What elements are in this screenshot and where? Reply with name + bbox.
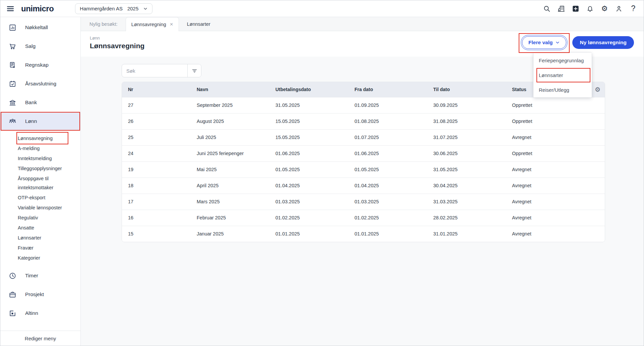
sidebar-subitem-lonnsavregning[interactable]: Lønnsavregning <box>18 133 80 143</box>
more-options-label: Flere valg <box>528 40 553 46</box>
table-cell: 26 <box>122 113 197 129</box>
table-cell: 16 <box>122 210 197 226</box>
sidebar-subitem-kategorier[interactable]: Kategorier <box>18 253 80 263</box>
sidebar-item-nokkeltall[interactable]: Nøkkeltall <box>0 18 80 37</box>
sidebar-subitem-variable-lonnsposter[interactable]: Variable lønnsposter <box>18 203 80 213</box>
table-cell: April 2025 <box>197 178 275 194</box>
recent-label: Nylig besøkt: <box>89 21 118 27</box>
search-bar <box>122 64 201 77</box>
sidebar-item-lonn[interactable]: Lønn <box>0 112 80 131</box>
table-cell: 30.04.2025 <box>433 178 512 194</box>
sidebar-item-label: Salg <box>25 43 36 49</box>
table-cell <box>589 194 605 210</box>
sidebar-item-arsavslutning[interactable]: Årsavslutning <box>0 74 80 93</box>
sidebar-subitem-label: Regulativ <box>18 215 38 220</box>
table-cell: Avregnet <box>512 210 589 226</box>
sidebar-subitem-label: Lønnsavregning <box>18 136 53 141</box>
table-cell: 01.06.2025 <box>275 145 355 161</box>
edit-menu-button[interactable]: Rediger meny <box>0 331 80 346</box>
table-cell: 01.05.2025 <box>355 161 433 178</box>
table-row[interactable]: 17Mars 202501.03.202501.03.202531.03.202… <box>122 194 605 210</box>
table-cell: 30.09.2025 <box>433 97 512 113</box>
new-payroll-button[interactable]: Ny lønnsavregning <box>572 36 634 49</box>
table-cell <box>589 113 605 129</box>
sidebar-subitem-arsoppgave-til-inntektsmottaker[interactable]: Årsoppgave til inntektsmottaker <box>18 174 80 193</box>
recent-tabs-bar: Nylig besøkt: Lønnsavregning × Lønnsarte… <box>81 17 644 31</box>
table-cell: Avregnet <box>512 226 589 242</box>
sidebar-subitem-label: OTP-eksport <box>18 195 45 200</box>
sidebar-item-label: Årsavslutning <box>25 81 56 87</box>
column-header-til-dato[interactable]: Til dato <box>433 82 512 97</box>
table-row[interactable]: 26August 202515.05.202501.08.202531.08.2… <box>122 113 605 129</box>
table-cell: 01.03.2025 <box>275 194 355 210</box>
table-cell: 01.02.2025 <box>355 210 433 226</box>
sidebar-subitem-tilleggsopplysninger[interactable]: Tilleggsopplysninger <box>18 163 80 174</box>
sidebar-subitem-label: Variable lønnsposter <box>18 205 62 210</box>
table-cell: 01.04.2025 <box>275 178 355 194</box>
column-header-fra-dato[interactable]: Fra dato <box>355 82 433 97</box>
table-row[interactable]: 15Januar 202501.01.202501.01.202531.01.2… <box>122 226 605 242</box>
add-icon[interactable] <box>572 5 579 12</box>
help-icon[interactable]: ? <box>630 5 637 12</box>
table-row[interactable]: 19Mai 202501.05.202501.05.202531.05.2025… <box>122 161 605 178</box>
sidebar-subitem-ansatte[interactable]: Ansatte <box>18 223 80 233</box>
hamburger-menu-icon[interactable] <box>6 5 14 13</box>
company-icon[interactable] <box>558 5 565 12</box>
tab-lonnsarter[interactable]: Lønnsarter <box>179 17 218 31</box>
app-logo: unimicro <box>21 4 54 13</box>
tab-lonnsavregning[interactable]: Lønnsavregning × <box>126 17 179 31</box>
table-cell <box>589 145 605 161</box>
sidebar-item-salg[interactable]: Salg <box>0 37 80 56</box>
sidebar-subitem-otp-eksport[interactable]: OTP-eksport <box>18 193 80 203</box>
calendar-check-icon <box>9 80 16 88</box>
table-cell: 01.04.2025 <box>355 178 433 194</box>
table-row[interactable]: 27September 202531.05.202501.09.202530.0… <box>122 97 605 113</box>
table-row[interactable]: 18April 202501.04.202501.04.202530.04.20… <box>122 178 605 194</box>
sidebar-nav: NøkkeltallSalgRegnskapÅrsavslutningBankL… <box>0 17 80 331</box>
app-window: unimicro Hammergården AS 2025 ⚙ ? Nøkkel… <box>0 0 644 346</box>
more-options-button[interactable]: Flere valg <box>522 36 566 49</box>
user-icon[interactable] <box>615 5 623 12</box>
sidebar-item-regnskap[interactable]: Regnskap <box>0 56 80 74</box>
column-header-nr[interactable]: Nr <box>122 82 197 97</box>
sidebar-item-prosjekt[interactable]: Prosjekt <box>0 285 80 304</box>
sidebar-item-bank[interactable]: Bank <box>0 93 80 112</box>
sidebar-item-label: Prosjekt <box>25 291 44 297</box>
sidebar-subitem-label: Inntektsmelding <box>18 156 52 161</box>
sidebar-subitem-a-melding[interactable]: A-melding <box>18 143 80 153</box>
filter-button[interactable] <box>187 64 201 77</box>
close-icon[interactable]: × <box>170 21 173 27</box>
dropdown-item-reiser-utlegg[interactable]: Reiser/Utlegg <box>533 82 592 97</box>
table-cell: 01.06.2025 <box>355 145 433 161</box>
sidebar-subitem-label: Kategorier <box>18 255 40 261</box>
table-cell <box>589 161 605 178</box>
sidebar-subitem-label: Tilleggsopplysninger <box>18 166 62 171</box>
sidebar-subitem-lonnsarter[interactable]: Lønnsarter <box>18 233 80 243</box>
search-icon[interactable] <box>543 5 551 12</box>
table-cell: Opprettet <box>512 145 589 161</box>
table-cell: Februar 2025 <box>197 210 275 226</box>
table-cell: Opprettet <box>512 97 589 113</box>
sidebar-item-timer[interactable]: Timer <box>0 266 80 285</box>
sidebar-subitem-inntektsmelding[interactable]: Inntektsmelding <box>18 153 80 163</box>
search-input[interactable] <box>122 68 187 74</box>
dropdown-item-lonnsarter[interactable]: Lønnsarter <box>533 68 592 82</box>
table-row[interactable]: 25Juli 202515.05.202501.07.202531.07.202… <box>122 129 605 145</box>
company-selector[interactable]: Hammergården AS 2025 <box>75 3 152 14</box>
table-cell: 31.07.2025 <box>433 129 512 145</box>
table-settings-icon[interactable]: ⚙ <box>595 86 600 93</box>
column-header-navn[interactable]: Navn <box>197 82 275 97</box>
settings-icon[interactable]: ⚙ <box>601 5 608 12</box>
table-cell: 28.02.2025 <box>433 210 512 226</box>
sidebar-item-label: Nøkkeltall <box>25 24 48 30</box>
sidebar-subitem-label: Årsoppgave til inntektsmottaker <box>18 174 71 192</box>
table-cell: 19 <box>122 161 197 178</box>
sidebar-subitem-fravaer[interactable]: Fravær <box>18 243 80 253</box>
table-row[interactable]: 24Juni 2025 feriepenger01.06.202501.06.2… <box>122 145 605 161</box>
sidebar-subitem-regulativ[interactable]: Regulativ <box>18 213 80 223</box>
table-row[interactable]: 16Februar 202501.02.202501.02.202528.02.… <box>122 210 605 226</box>
dropdown-item-feriepengegrunnlag[interactable]: Feriepengegrunnlag <box>533 53 592 68</box>
notifications-icon[interactable] <box>586 5 594 12</box>
sidebar-item-altinn[interactable]: Altinn <box>0 304 80 323</box>
column-header-utbetalingsdato[interactable]: Utbetalingsdato <box>275 82 355 97</box>
